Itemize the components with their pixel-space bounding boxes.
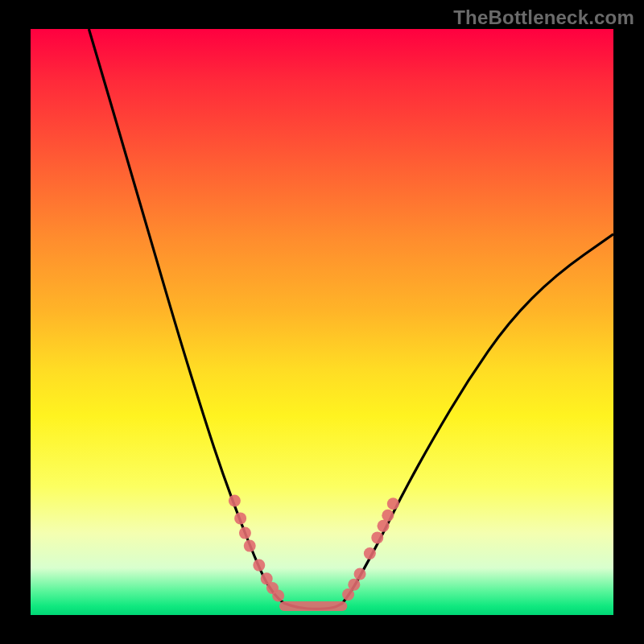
data-marker (244, 540, 256, 552)
data-marker (239, 527, 251, 539)
curve-line (89, 29, 613, 609)
data-marker (378, 520, 390, 532)
right-marker-cluster (342, 497, 399, 601)
plot-area (31, 29, 613, 615)
data-marker (364, 547, 376, 559)
bottleneck-curve (31, 29, 613, 615)
data-marker (382, 510, 394, 522)
data-marker (354, 568, 366, 580)
data-marker (348, 579, 360, 591)
chart-frame: TheBottleneck.com (0, 0, 644, 644)
watermark-text: TheBottleneck.com (453, 6, 634, 29)
data-marker (272, 589, 284, 601)
data-marker (234, 512, 246, 524)
data-marker (371, 531, 383, 543)
data-marker (229, 495, 241, 507)
data-marker (253, 559, 265, 572)
data-marker (387, 497, 399, 510)
